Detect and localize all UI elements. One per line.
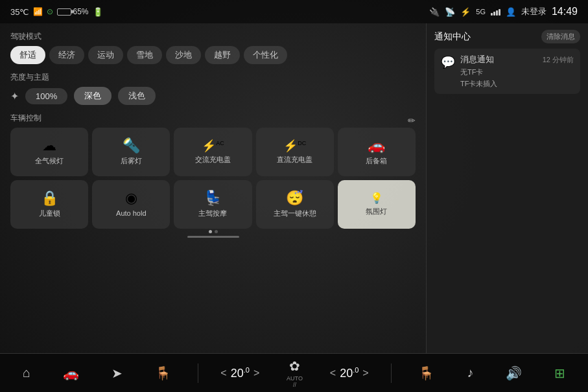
login-status: 未登录 (521, 6, 547, 17)
clear-btn[interactable]: 清除消息 (541, 30, 580, 43)
person-icon: 👤 (506, 7, 516, 17)
vehicle-control-title: 车辆控制 (10, 113, 41, 124)
mode-tab-4[interactable]: 沙地 (166, 46, 201, 64)
volume-icon: 🔊 (506, 365, 522, 381)
rear-fog-label: 后雾灯 (121, 157, 142, 165)
all-weather-light-icon: ☁ (42, 139, 56, 153)
left-temp-increase[interactable]: > (253, 367, 259, 379)
control-btn-2[interactable]: ⚡AC 交流充电盖 (174, 128, 252, 176)
signal-icon: 📶 (33, 7, 43, 16)
home-icon: ⌂ (23, 365, 30, 380)
control-btn-8[interactable]: 😴 主驾一键休憩 (256, 180, 334, 229)
driving-mode-title: 驾驶模式 (10, 31, 416, 42)
auto-hold-label: Auto hold (116, 209, 146, 218)
brightness-section: 亮度与主题 ✦ 100% 深色 浅色 (10, 72, 416, 105)
ambient-light-label: 氛围灯 (366, 207, 387, 216)
control-btn-0[interactable]: ☁ 全气候灯 (10, 128, 88, 176)
seat-left-icon: 🪑 (155, 365, 171, 381)
music-btn[interactable]: ♪ (462, 363, 478, 383)
brightness-title: 亮度与主题 (10, 72, 416, 83)
nav-btn[interactable]: ➤ (106, 363, 128, 384)
seat-right-btn[interactable]: 🪑 (413, 363, 440, 384)
status-bar: 35℃ 📶 ⊙ 65% 🔋 🔌 📡 ⚡ 5G 👤 未登录 14:49 (0, 0, 588, 23)
ambient-light-icon: 💡 (370, 193, 383, 203)
volume-btn[interactable]: 🔊 (500, 363, 527, 384)
control-btn-3[interactable]: ⚡DC 直流充电盖 (256, 128, 334, 176)
right-temp-decrease[interactable]: < (330, 367, 336, 379)
left-temp-value: 20.0 (231, 367, 250, 380)
mode-tab-6[interactable]: 个性化 (244, 46, 287, 64)
right-temp-value: 20.0 (340, 367, 359, 380)
rear-fog-icon: 🔦 (123, 139, 140, 153)
mode-tab-1[interactable]: 经济 (49, 46, 84, 64)
car-btn[interactable]: 🚗 (58, 363, 84, 384)
car-icon: 🚗 (63, 365, 79, 381)
right-temp-display: 20.0 (340, 366, 359, 380)
nav-icon: ➤ (112, 365, 123, 381)
driver-massage-label: 主驾按摩 (198, 209, 227, 218)
mode-tab-3[interactable]: 雪地 (127, 46, 162, 64)
apps-btn[interactable]: ⊞ (549, 363, 570, 384)
divider-2 (391, 363, 392, 383)
left-temp-display: 20.0 (231, 366, 250, 380)
right-temp-control: < 20.0 > (330, 366, 369, 380)
apps-icon: ⊞ (554, 365, 565, 381)
vehicle-control-header: 车辆控制 ✏ (10, 113, 416, 128)
vehicle-control-section: 车辆控制 ✏ ☁ 全气候灯 🔦 后雾灯 ⚡AC 交流充电盖 (10, 113, 416, 240)
control-btn-7[interactable]: 💺 主驾按摩 (174, 180, 252, 229)
right-temp-increase[interactable]: > (362, 367, 368, 379)
driver-massage-icon: 💺 (204, 191, 222, 205)
theme-dark-btn[interactable]: 深色 (74, 87, 112, 105)
signal-strength (491, 8, 500, 16)
mode-tab-2[interactable]: 运动 (88, 46, 123, 64)
control-btn-5[interactable]: 🔒 儿童锁 (10, 180, 88, 229)
mode-tab-5[interactable]: 越野 (205, 46, 240, 64)
driver-sleep-icon: 😴 (286, 191, 303, 205)
seat-left-btn[interactable]: 🪑 (150, 363, 176, 384)
scroll-indicator (187, 236, 239, 238)
left-panel: 驾驶模式 舒适 经济 运动 雪地 沙地 越野 个性化 亮度与主题 ✦ 100% … (0, 23, 426, 353)
notif-msg-0-line2: TF卡未插入 (460, 79, 574, 89)
bluetooth-icon: ⚡ (460, 7, 471, 17)
content-area: 驾驶模式 舒适 经济 运动 雪地 沙地 越野 个性化 亮度与主题 ✦ 100% … (0, 23, 588, 353)
left-temp-decrease[interactable]: < (220, 367, 226, 379)
mode-tabs: 舒适 经济 运动 雪地 沙地 越野 个性化 (10, 46, 416, 64)
status-right: 🔌 📡 ⚡ 5G 👤 未登录 14:49 (429, 6, 578, 17)
trunk-label: 后备箱 (366, 157, 387, 165)
plugged-icon: 🔋 (93, 7, 103, 17)
page-dots (10, 230, 416, 233)
notification-title: 通知中心 (434, 31, 471, 43)
dot-1 (215, 230, 218, 233)
ac-charge-label: 交流充电盖 (195, 156, 231, 164)
hotspot-icon: 📡 (445, 7, 455, 17)
left-temp-control: < 20.0 > (220, 366, 259, 380)
control-btn-4[interactable]: 🚗 后备箱 (338, 128, 416, 176)
fan-mode-label: AUTO// (287, 375, 303, 388)
trunk-icon: 🚗 (368, 139, 385, 153)
control-btn-1[interactable]: 🔦 后雾灯 (92, 128, 170, 176)
fan-icon: ✿ (289, 358, 300, 374)
home-btn[interactable]: ⌂ (18, 363, 36, 383)
theme-light-btn[interactable]: 浅色 (118, 87, 156, 105)
control-btn-6[interactable]: ◉ Auto hold (92, 180, 170, 229)
brightness-value[interactable]: 100% (25, 88, 67, 104)
right-panel: 通知中心 清除消息 💬 消息通知 12 分钟前 无TF卡 TF卡未插入 (426, 23, 588, 353)
notif-msg-0-line1: 无TF卡 (460, 67, 574, 77)
fan-btn[interactable]: ✿ AUTO// (281, 356, 308, 391)
sun-icon: ✦ (10, 90, 19, 102)
battery-display: 65% (57, 7, 88, 16)
mode-tab-0[interactable]: 舒适 (10, 46, 45, 64)
dc-charge-label: 直流充电盖 (277, 156, 312, 164)
seat-right-icon: 🪑 (418, 365, 434, 381)
child-lock-label: 儿童锁 (39, 209, 60, 218)
edit-icon[interactable]: ✏ (408, 115, 416, 126)
charge-port-icon: 🔌 (429, 7, 440, 17)
cellular-icon: 5G (476, 8, 486, 16)
control-btn-9[interactable]: 💡 氛围灯 (338, 180, 416, 229)
dot-0 (209, 230, 212, 233)
status-left: 35℃ 📶 ⊙ 65% 🔋 (10, 7, 103, 17)
notif-name-0: 消息通知 (460, 54, 494, 65)
auto-hold-icon: ◉ (125, 191, 137, 205)
wifi-icon: ⊙ (47, 7, 53, 16)
dc-charge-icon: ⚡DC (283, 140, 306, 152)
